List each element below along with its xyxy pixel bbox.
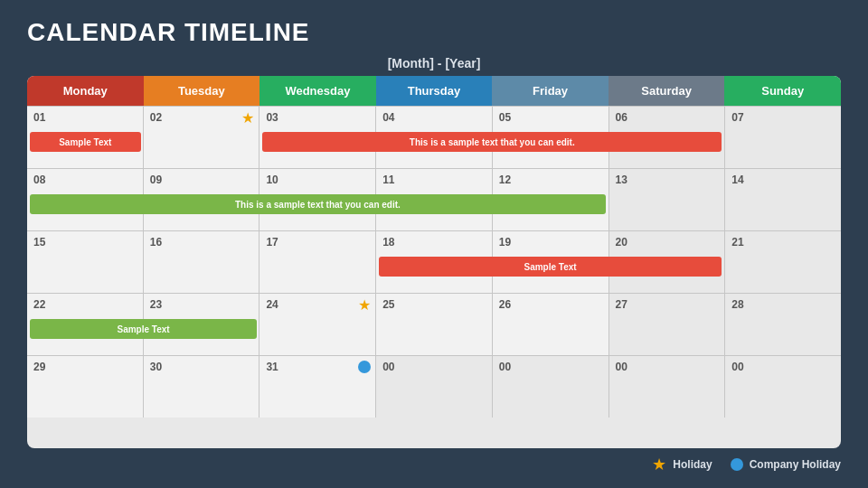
day-cell: 00 <box>493 356 609 418</box>
day-number: 00 <box>731 361 835 373</box>
event-bar: Sample Text <box>30 132 141 152</box>
event-bar: This is a sample text that you can edit. <box>30 194 606 214</box>
day-cell: 14 <box>725 169 841 230</box>
star-legend-icon: ★ <box>652 455 666 474</box>
holiday-legend-item: ★ Holiday <box>652 455 712 474</box>
day-cell: 26 <box>493 294 609 355</box>
day-cell: 16 <box>144 231 259 293</box>
day-cell: 28 <box>725 294 841 355</box>
day-cell: 24★ <box>259 294 375 355</box>
day-number: 19 <box>499 236 602 249</box>
day-number: 28 <box>731 298 835 311</box>
day-number: 10 <box>266 174 369 186</box>
day-number: 05 <box>499 111 602 124</box>
header-monday: Monday <box>27 76 144 106</box>
day-number: 01 <box>33 111 137 124</box>
day-number: 22 <box>33 298 137 311</box>
event-bar: Sample Text <box>30 319 257 339</box>
day-cell: 07 <box>725 107 841 168</box>
header-saturday: Saturday <box>609 76 725 106</box>
day-cell: 30 <box>144 356 259 418</box>
day-number: 27 <box>616 298 719 311</box>
calendar-rows: 0102★0304050607Sample TextThis is a samp… <box>27 106 841 418</box>
day-number: 15 <box>33 236 137 249</box>
day-number: 11 <box>382 174 486 186</box>
day-number: 02 <box>150 111 253 124</box>
calendar-container: MondayTuesdayWednesdayThursdayFridaySatu… <box>27 76 841 448</box>
day-number: 17 <box>266 236 369 249</box>
page-title: CALENDAR TIMELINE <box>27 18 841 47</box>
company-holiday-legend-label: Company Holiday <box>750 458 841 471</box>
day-number: 00 <box>616 361 719 373</box>
day-number: 16 <box>150 236 253 249</box>
day-number: 06 <box>616 111 719 124</box>
month-year-label: [Month] - [Year] <box>27 56 841 70</box>
day-number: 09 <box>150 174 253 186</box>
header-friday: Friday <box>492 76 609 106</box>
calendar-row-2: 15161718192021Sample Text <box>27 231 841 293</box>
holiday-legend-label: Holiday <box>673 458 712 471</box>
day-number: 31 <box>266 361 369 373</box>
day-number: 20 <box>616 236 719 249</box>
day-cell: 13 <box>609 169 725 230</box>
event-bar: This is a sample text that you can edit. <box>262 132 722 152</box>
day-number: 24 <box>266 298 369 311</box>
day-cell: 27 <box>609 294 725 355</box>
day-number: 14 <box>731 174 835 186</box>
day-cell: 25 <box>376 294 492 355</box>
day-number: 18 <box>382 236 486 249</box>
day-cell: 15 <box>27 231 143 293</box>
day-cell: 31 <box>259 356 375 418</box>
day-number: 07 <box>731 111 835 124</box>
day-number: 30 <box>150 361 253 373</box>
calendar-row-0: 0102★0304050607Sample TextThis is a samp… <box>27 107 841 168</box>
day-number: 21 <box>731 236 835 249</box>
day-number: 26 <box>499 298 602 311</box>
star-icon: ★ <box>241 109 254 127</box>
day-cell: 00 <box>725 356 841 418</box>
day-number: 25 <box>382 298 486 311</box>
header-tuesday: Tuesday <box>144 76 260 106</box>
circle-legend-icon <box>731 458 743 471</box>
star-icon: ★ <box>358 296 371 314</box>
day-number: 12 <box>499 174 602 186</box>
calendar-header: MondayTuesdayWednesdayThursdayFridaySatu… <box>27 76 841 106</box>
day-number: 23 <box>150 298 253 311</box>
day-cell: 29 <box>27 356 143 418</box>
calendar-row-1: 08091011121314This is a sample text that… <box>27 169 841 230</box>
day-number: 00 <box>382 361 486 373</box>
day-cell: 02★ <box>144 107 259 168</box>
header-wednesday: Wednesday <box>259 76 376 106</box>
day-cell: 21 <box>725 231 841 293</box>
header-sunday: Sunday <box>724 76 841 106</box>
day-number: 03 <box>266 111 369 124</box>
calendar-row-3: 222324★25262728Sample Text <box>27 294 841 355</box>
day-cell: 17 <box>259 231 375 293</box>
day-number: 08 <box>33 174 137 186</box>
calendar-row-4: 29303100000000 <box>27 356 841 418</box>
day-number: 00 <box>499 361 602 373</box>
day-number: 29 <box>33 361 137 373</box>
event-bar: Sample Text <box>379 257 722 277</box>
header-thursday: Thursday <box>376 76 493 106</box>
day-number: 04 <box>382 111 486 124</box>
legend: ★ Holiday Company Holiday <box>27 455 841 474</box>
day-cell: 00 <box>376 356 492 418</box>
day-number: 13 <box>616 174 719 186</box>
company-holiday-legend-item: Company Holiday <box>731 458 841 471</box>
day-cell: 00 <box>609 356 725 418</box>
